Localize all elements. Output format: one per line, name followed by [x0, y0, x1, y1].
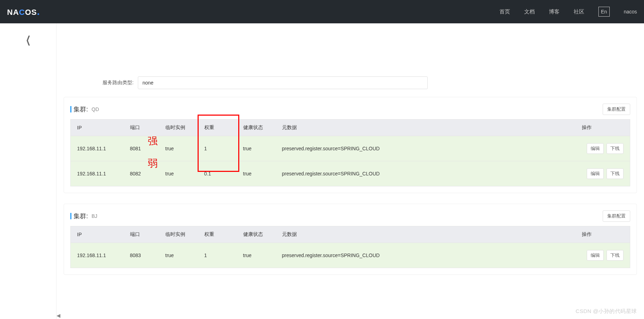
route-type-label: 服务路由类型:: [103, 80, 134, 86]
current-user[interactable]: nacos: [624, 9, 637, 14]
app-header: NACOS. 首页 文档 博客 社区 En nacos: [0, 0, 644, 23]
cluster-config-button[interactable]: 集群配置: [603, 210, 630, 222]
nav-blog[interactable]: 博客: [549, 8, 560, 15]
cell-health: true: [237, 136, 276, 161]
cell-action: 编辑 下线: [575, 243, 630, 268]
col-health: 健康状态: [237, 120, 276, 136]
back-icon[interactable]: ❮: [26, 34, 31, 46]
col-action: 操作: [575, 120, 630, 136]
top-nav: 首页 文档 博客 社区 En nacos: [499, 7, 637, 17]
nav-community[interactable]: 社区: [574, 8, 584, 15]
sidebar: ❮: [0, 23, 57, 319]
accent-bar-icon: [70, 106, 71, 112]
instances-table-qd: IP 端口 临时实例 权重 健康状态 元数据 操作 192.168.11.1 8…: [70, 119, 630, 186]
accent-bar-icon: [70, 213, 71, 219]
instances-table-bj: IP 端口 临时实例 权重 健康状态 元数据 操作 192.168.11.1 8…: [70, 226, 630, 268]
logo-char: S: [31, 8, 37, 17]
cluster-config-button[interactable]: 集群配置: [603, 104, 630, 115]
cell-ephemeral: true: [159, 243, 198, 268]
cell-weight: 1: [198, 243, 237, 268]
main-content: 服务路由类型: 集群: QD 集群配置 IP 端口 临时实例: [57, 23, 644, 319]
logo-char: .: [37, 6, 40, 17]
cell-action: 编辑 下线: [575, 161, 630, 186]
cluster-name: QD: [92, 106, 99, 112]
cell-ip: 192.168.11.1: [71, 136, 124, 161]
col-ephemeral: 临时实例: [159, 226, 198, 243]
cluster-prefix: 集群:: [74, 105, 88, 114]
cell-ip: 192.168.11.1: [71, 243, 124, 268]
cell-metadata: preserved.register.source=SPRING_CLOUD: [276, 243, 575, 268]
cell-ephemeral: true: [159, 136, 198, 161]
col-ip: IP: [71, 226, 124, 243]
edit-button[interactable]: 编辑: [587, 250, 604, 261]
nav-docs[interactable]: 文档: [524, 8, 535, 15]
cell-port: 8082: [124, 161, 159, 186]
col-metadata: 元数据: [276, 120, 575, 136]
route-type-input[interactable]: [138, 76, 428, 89]
cluster-name: BJ: [92, 213, 97, 219]
cluster-card-qd: 集群: QD 集群配置 IP 端口 临时实例 权重 健康状态 元数据 操作: [64, 97, 637, 193]
cell-health: true: [237, 161, 276, 186]
cell-ephemeral: true: [159, 161, 198, 186]
offline-button[interactable]: 下线: [607, 143, 623, 154]
lang-toggle[interactable]: En: [598, 7, 610, 17]
cell-ip: 192.168.11.1: [71, 161, 124, 186]
offline-button[interactable]: 下线: [607, 250, 623, 261]
cell-weight: 1: [198, 136, 237, 161]
cluster-card-bj: 集群: BJ 集群配置 IP 端口 临时实例 权重 健康状态 元数据 操作: [64, 204, 637, 275]
col-ephemeral: 临时实例: [159, 120, 198, 136]
col-ip: IP: [71, 120, 124, 136]
table-row: 192.168.11.1 8083 true 1 true preserved.…: [71, 243, 630, 268]
col-port: 端口: [124, 226, 159, 243]
col-action: 操作: [575, 226, 630, 243]
table-row: 192.168.11.1 8082 true 0.1 true preserve…: [71, 161, 630, 186]
edit-button[interactable]: 编辑: [587, 143, 604, 154]
logo-char: O: [25, 8, 31, 17]
cell-weight: 0.1: [198, 161, 237, 186]
col-weight: 权重: [198, 226, 237, 243]
col-weight: 权重: [198, 120, 237, 136]
nav-home[interactable]: 首页: [499, 8, 510, 15]
col-port: 端口: [124, 120, 159, 136]
logo-char: N: [7, 8, 13, 17]
logo-char: A: [13, 8, 19, 17]
cell-health: true: [237, 243, 276, 268]
cell-action: 编辑 下线: [575, 136, 630, 161]
table-row: 192.168.11.1 8081 true 1 true preserved.…: [71, 136, 630, 161]
edit-button[interactable]: 编辑: [587, 168, 604, 179]
cell-metadata: preserved.register.source=SPRING_CLOUD: [276, 161, 575, 186]
watermark: CSDN @小孙的代码星球: [576, 308, 637, 315]
col-health: 健康状态: [237, 226, 276, 243]
brand-logo: NACOS.: [7, 6, 40, 17]
cell-port: 8083: [124, 243, 159, 268]
offline-button[interactable]: 下线: [607, 168, 623, 179]
cluster-prefix: 集群:: [74, 212, 88, 220]
logo-char: C: [19, 8, 25, 17]
col-metadata: 元数据: [276, 226, 575, 243]
cell-metadata: preserved.register.source=SPRING_CLOUD: [276, 136, 575, 161]
route-type-row: 服务路由类型:: [103, 76, 637, 89]
cell-port: 8081: [124, 136, 159, 161]
scroll-left-icon[interactable]: ◀: [57, 313, 60, 318]
